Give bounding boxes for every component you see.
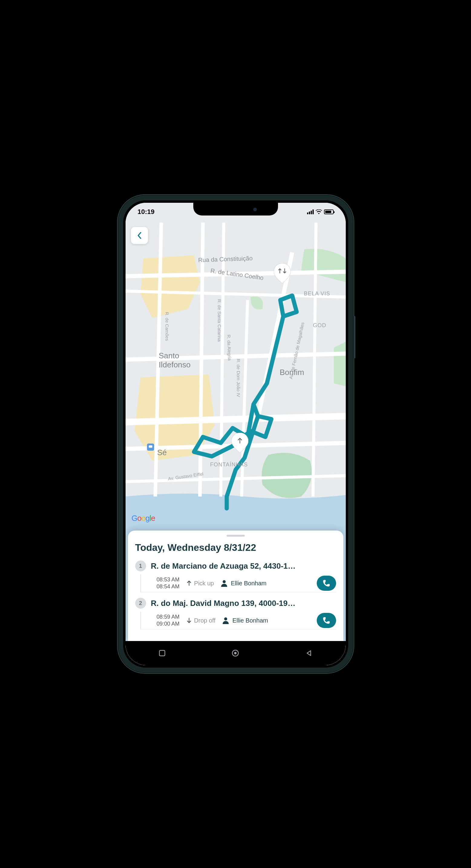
phone-side-button [354,316,355,358]
stop-type: Drop off [186,617,216,624]
svg-point-4 [224,617,227,620]
phone-icon [322,617,330,624]
google-logo: Google [132,514,155,523]
stop-passenger: Ellie Bonham [221,580,310,587]
signal-icon [307,210,314,214]
svg-rect-2 [149,445,152,447]
battery-icon [324,210,334,214]
call-button[interactable] [317,576,336,591]
stop-item[interactable]: 2 R. do Maj. David Magno 139, 4000-19… 0… [135,598,336,629]
svg-point-7 [234,652,237,654]
sheet-grabber[interactable] [227,535,245,536]
stop-number-badge: 2 [135,598,146,609]
back-button[interactable] [131,227,148,244]
stop-address: R. de Marciano de Azuaga 52, 4430-1… [151,561,336,571]
map-label: GOD [313,322,326,329]
arrow-down-icon [186,617,192,624]
stop-type: Pick up [186,580,214,587]
status-time: 10:19 [138,208,155,216]
map-label: Sé [157,448,167,457]
screen: 10:19 [126,203,346,665]
status-indicators [307,210,334,214]
nav-back-button[interactable] [304,648,314,658]
stop-address: R. do Maj. David Magno 139, 4000-19… [151,599,336,608]
bottom-sheet[interactable]: Today, Wednesday 8/31/22 1 R. de Marcian… [128,531,343,641]
map-label: Bonfim [280,368,304,377]
phone-notch [193,203,278,216]
arrow-up-icon [186,580,192,587]
map-label: R. da Alegria [226,334,232,361]
map-label: Santo [159,351,179,361]
chevron-left-icon [137,232,142,239]
phone-frame: 10:19 [118,195,354,673]
stop-times: 08:59 AM09:00 AM [157,614,180,628]
sheet-title: Today, Wednesday 8/31/22 [135,542,336,553]
map-pin-pickup-dropoff[interactable] [274,263,291,283]
nav-recent-button[interactable] [157,648,167,658]
phone-inner: 10:19 [123,200,348,668]
person-icon [222,617,229,624]
stop-times: 08:53 AM08:54 AM [157,576,180,590]
map-label: FONTAÍNHAS [210,462,248,468]
map-label: R. de Dom João IV [236,359,241,397]
stop-number-badge: 1 [135,560,146,571]
call-button[interactable] [317,613,336,628]
map-label: Ildefonso [159,360,191,370]
map-label: R. de Santa Catarina [217,299,222,341]
svg-point-3 [223,580,226,583]
android-nav-bar [126,641,346,665]
person-icon [221,580,228,587]
stop-passenger: Ellie Bonham [222,617,310,624]
map-pin-pickup[interactable] [231,433,248,453]
phone-icon [322,579,330,587]
map-label: BELA VIS [304,290,330,297]
nav-home-button[interactable] [230,648,240,658]
stop-item[interactable]: 1 R. de Marciano de Azuaga 52, 4430-1… 0… [135,560,336,592]
map-label: R. de Camões [164,312,170,341]
svg-rect-5 [159,650,165,656]
wifi-icon [315,210,322,214]
